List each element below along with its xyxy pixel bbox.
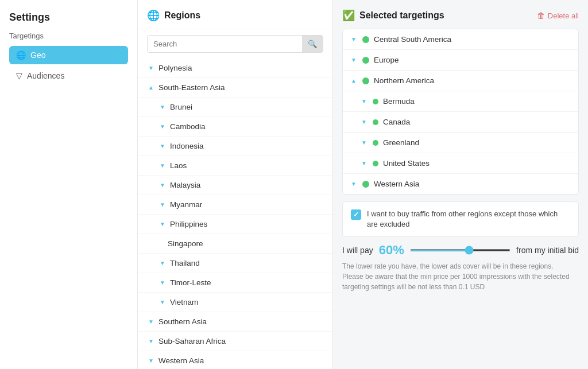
selected-title: Selected targetings xyxy=(359,10,444,21)
chevron-down-icon: ▼ xyxy=(351,181,357,187)
regions-list: ▼ Polynesia ▲ South-Eastern Asia ▼ Brune… xyxy=(138,59,332,369)
sidebar-geo-label: Geo xyxy=(30,51,45,60)
sidebar-audiences-label: Audiences xyxy=(27,71,64,80)
regions-panel: 🌐 Regions 🔍 ▼ Polynesia ▲ South-Eastern … xyxy=(138,0,333,369)
region-label: Timor-Leste xyxy=(170,278,211,287)
selected-item[interactable]: ▼ Western Asia xyxy=(343,174,578,194)
main-content: 🌐 Regions 🔍 ▼ Polynesia ▲ South-Eastern … xyxy=(138,0,588,369)
selected-item[interactable]: ▼ United States xyxy=(343,153,578,174)
sidebar-item-geo[interactable]: 🌐 Geo xyxy=(9,46,128,64)
list-item[interactable]: ▼ Indonesia xyxy=(138,137,332,156)
chevron-down-icon: ▼ xyxy=(158,259,167,267)
sidebar-item-audiences[interactable]: ▽ Audiences xyxy=(9,67,128,85)
status-dot xyxy=(373,140,378,146)
selected-label: Northern America xyxy=(374,76,434,85)
region-label: Indonesia xyxy=(170,142,204,150)
list-item[interactable]: ▼ Cambodia xyxy=(138,117,332,137)
list-item[interactable]: ▼ Brunei xyxy=(138,98,332,117)
sidebar: Settings Targetings 🌐 Geo ▽ Audiences xyxy=(0,0,138,369)
regions-title: Regions xyxy=(164,10,200,21)
checkbox-label: I want to buy traffic from other regions… xyxy=(367,209,570,230)
status-dot xyxy=(373,119,378,125)
regions-globe-icon: 🌐 xyxy=(147,9,160,22)
chevron-down-icon: ▼ xyxy=(361,139,367,146)
selected-item[interactable]: ▼ Greenland xyxy=(343,133,578,153)
region-label: Southern Asia xyxy=(158,317,207,326)
selected-list: ▼ Central South America ▼ Europe ▲ North… xyxy=(342,29,579,195)
delete-all-button[interactable]: 🗑 Delete all xyxy=(537,11,579,20)
list-item[interactable]: ▼ Vietnam xyxy=(138,293,332,312)
region-label: Western Asia xyxy=(158,356,204,365)
regions-header: 🌐 Regions xyxy=(138,0,332,29)
selected-item[interactable]: ▼ Canada xyxy=(343,112,578,133)
region-label: Vietnam xyxy=(170,298,198,306)
region-label: South-Eastern Asia xyxy=(158,83,225,92)
region-label: Sub-Saharan Africa xyxy=(158,337,226,345)
selected-label: Greenland xyxy=(383,138,419,147)
selected-label: Canada xyxy=(383,118,410,126)
slider-note: The lower rate you have, the lower ads c… xyxy=(342,261,579,292)
region-label: Brunei xyxy=(170,103,192,111)
list-item[interactable]: ▼ Sub-Saharan Africa xyxy=(138,332,332,351)
chevron-down-icon: ▼ xyxy=(158,142,167,150)
delete-all-label: Delete all xyxy=(548,11,579,20)
status-dot xyxy=(362,57,369,64)
slider-suffix: from my initial bid xyxy=(516,246,579,255)
selected-item[interactable]: ▼ Europe xyxy=(343,50,578,71)
chevron-down-icon: ▼ xyxy=(158,103,167,111)
region-label: Singapore xyxy=(168,239,203,248)
search-input[interactable] xyxy=(148,36,302,52)
chevron-down-icon: ▼ xyxy=(361,119,367,125)
chevron-down-icon: ▼ xyxy=(361,98,367,104)
app-title: Settings xyxy=(9,11,128,24)
chevron-down-icon: ▼ xyxy=(351,57,357,63)
region-label: Laos xyxy=(170,161,187,170)
exclude-checkbox[interactable] xyxy=(351,209,361,220)
selected-label: Central South America xyxy=(374,35,451,44)
chevron-down-icon: ▼ xyxy=(158,220,167,228)
chevron-down-icon: ▼ xyxy=(158,181,167,189)
list-item[interactable]: ▼ Laos xyxy=(138,156,332,176)
chevron-down-icon: ▼ xyxy=(158,201,167,209)
region-label: Thailand xyxy=(170,259,200,267)
search-box: 🔍 xyxy=(147,35,323,53)
selected-item[interactable]: ▲ Northern America xyxy=(343,71,578,91)
status-dot xyxy=(362,181,369,188)
selected-label: Bermuda xyxy=(383,97,415,106)
selected-label: United States xyxy=(383,159,430,168)
slider-prefix: I will pay xyxy=(342,246,373,255)
chevron-down-icon: ▼ xyxy=(158,162,167,170)
slider-row: I will pay 60% from my initial bid xyxy=(342,243,579,258)
list-item[interactable]: ▼ Philippines xyxy=(138,215,332,234)
bottom-section: I want to buy traffic from other regions… xyxy=(342,201,579,292)
sidebar-section: Targetings xyxy=(9,32,128,40)
list-item[interactable]: ▼ Thailand xyxy=(138,254,332,273)
search-button[interactable]: 🔍 xyxy=(302,36,323,52)
list-item[interactable]: ▼ Myanmar xyxy=(138,195,332,215)
list-item[interactable]: ▼ Polynesia xyxy=(138,59,332,78)
selected-item[interactable]: ▼ Central South America xyxy=(343,29,578,50)
selected-header-left: ✅ Selected targetings xyxy=(342,9,444,22)
chevron-down-icon: ▼ xyxy=(158,279,167,287)
list-item[interactable]: ▲ South-Eastern Asia xyxy=(138,78,332,98)
list-item[interactable]: Singapore xyxy=(138,234,332,254)
selected-header: ✅ Selected targetings 🗑 Delete all xyxy=(342,9,579,22)
selected-panel: ✅ Selected targetings 🗑 Delete all ▼ Cen… xyxy=(333,0,588,369)
list-item[interactable]: ▼ Western Asia xyxy=(138,351,332,369)
status-dot xyxy=(373,99,378,104)
list-item[interactable]: ▼ Southern Asia xyxy=(138,312,332,332)
chevron-down-icon: ▼ xyxy=(158,298,167,306)
selected-item[interactable]: ▼ Bermuda xyxy=(343,91,578,112)
list-item[interactable]: ▼ Timor-Leste xyxy=(138,273,332,293)
slider-percent: 60% xyxy=(379,243,404,258)
slider-section: I will pay 60% from my initial bid The l… xyxy=(342,243,579,292)
bid-slider[interactable] xyxy=(410,249,510,251)
list-item[interactable]: ▼ Malaysia xyxy=(138,176,332,195)
status-dot xyxy=(373,161,378,166)
region-label: Cambodia xyxy=(170,122,206,131)
selected-label: Western Asia xyxy=(374,180,419,188)
chevron-down-icon: ▼ xyxy=(147,318,155,326)
region-label: Philippines xyxy=(170,220,207,228)
trash-icon: 🗑 xyxy=(537,11,545,20)
status-dot xyxy=(362,36,369,43)
